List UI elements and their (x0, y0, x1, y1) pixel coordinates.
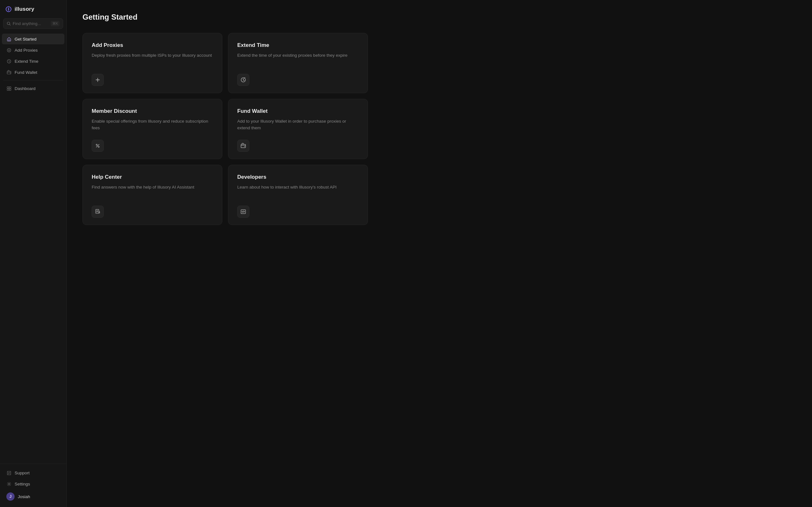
user-profile[interactable]: J Josiah (2, 490, 64, 504)
sidebar-item-dashboard[interactable]: Dashboard (2, 83, 64, 94)
svg-rect-11 (9, 87, 11, 88)
svg-point-9 (10, 72, 10, 73)
wallet-icon (241, 143, 246, 149)
gear-icon (6, 481, 11, 487)
card-title: Fund Wallet (237, 108, 359, 114)
card-icon (237, 206, 249, 218)
sidebar-item-support[interactable]: Support (2, 467, 64, 478)
card-member-discount[interactable]: Member Discount Enable special offerings… (83, 99, 222, 159)
dashboard-label: Dashboard (14, 86, 36, 91)
svg-point-17 (8, 483, 9, 485)
chat-doc-icon (95, 209, 101, 215)
clock-icon (241, 77, 246, 83)
card-title: Member Discount (92, 108, 213, 114)
support-label: Support (14, 470, 30, 475)
card-title: Help Center (92, 174, 213, 180)
card-title: Extend Time (237, 42, 359, 49)
percent-icon (95, 143, 101, 149)
sidebar-item-add-proxies[interactable]: Add Proxies (2, 45, 64, 55)
card-icon (237, 74, 249, 86)
cards-grid: Add Proxies Deploy fresh proxies from mu… (83, 33, 368, 225)
search-placeholder: Find anything... (13, 21, 41, 26)
search-shortcut: ⌘K (51, 21, 60, 26)
dashboard-icon (6, 86, 11, 91)
card-fund-wallet[interactable]: Fund Wallet Add to your Illusory Wallet … (228, 99, 368, 159)
sidebar-item-label: Add Proxies (14, 48, 38, 53)
plus-icon (95, 77, 101, 83)
sidebar-item-label: Fund Wallet (14, 70, 38, 75)
svg-point-25 (244, 147, 245, 147)
svg-line-2 (9, 24, 10, 25)
svg-point-22 (96, 144, 97, 146)
card-extend-time[interactable]: Extend Time Extend the time of your exis… (228, 33, 368, 93)
svg-line-31 (243, 211, 244, 212)
card-description: Deploy fresh proxies from multiple ISPs … (92, 52, 213, 67)
book-icon (6, 470, 11, 475)
user-name: Josiah (18, 494, 30, 499)
page-title: Getting Started (83, 13, 796, 21)
search-bar[interactable]: Find anything... ⌘K (3, 18, 63, 29)
svg-rect-3 (8, 40, 9, 41)
card-description: Extend the time of your existing proxies… (237, 52, 359, 67)
card-description: Add to your Illusory Wallet in order to … (237, 118, 359, 133)
sidebar-item-get-started[interactable]: Get Started (2, 34, 64, 44)
sidebar-item-settings[interactable]: Settings (2, 478, 64, 489)
svg-rect-10 (7, 87, 9, 88)
plus-circle-icon (6, 48, 11, 53)
app-logo: illusory (0, 0, 66, 16)
sidebar-item-fund-wallet[interactable]: Fund Wallet (2, 67, 64, 78)
svg-line-21 (96, 145, 99, 147)
card-description: Enable special offerings from Illusory a… (92, 118, 213, 133)
svg-point-23 (98, 146, 99, 147)
card-icon (92, 140, 104, 152)
logo-icon (5, 6, 12, 13)
sidebar-item-extend-time[interactable]: Extend Time (2, 56, 64, 66)
user-avatar: J (6, 493, 14, 501)
wallet-icon (6, 70, 11, 75)
card-title: Add Proxies (92, 42, 213, 49)
settings-label: Settings (14, 482, 30, 487)
card-add-proxies[interactable]: Add Proxies Deploy fresh proxies from mu… (83, 33, 222, 93)
svg-rect-8 (7, 71, 11, 74)
svg-rect-24 (241, 145, 246, 148)
svg-rect-13 (9, 89, 11, 90)
card-icon (237, 140, 249, 152)
home-icon (6, 37, 11, 42)
card-description: Find answers now with the help of Illuso… (92, 184, 213, 199)
app-name: illusory (14, 6, 34, 12)
sidebar-item-label: Extend Time (14, 59, 38, 64)
clock-icon (6, 59, 11, 64)
nav-divider (3, 80, 63, 80)
card-icon (92, 206, 104, 218)
card-description: Learn about how to interact with Illusor… (237, 184, 359, 199)
main-content: Getting Started Add Proxies Deploy fresh… (67, 0, 812, 507)
code-icon (241, 209, 246, 215)
search-icon (7, 21, 11, 26)
card-help-center[interactable]: Help Center Find answers now with the he… (83, 165, 222, 225)
svg-rect-12 (7, 89, 9, 90)
card-icon (92, 74, 104, 86)
sidebar-bottom: Support Settings J Josiah (0, 464, 66, 507)
sidebar-nav: Get Started Add Proxies Extend Time (0, 32, 66, 464)
sidebar: illusory Find anything... ⌘K Get Started (0, 0, 67, 507)
card-developers[interactable]: Developers Learn about how to interact w… (228, 165, 368, 225)
card-title: Developers (237, 174, 359, 180)
sidebar-item-label: Get Started (14, 37, 37, 42)
